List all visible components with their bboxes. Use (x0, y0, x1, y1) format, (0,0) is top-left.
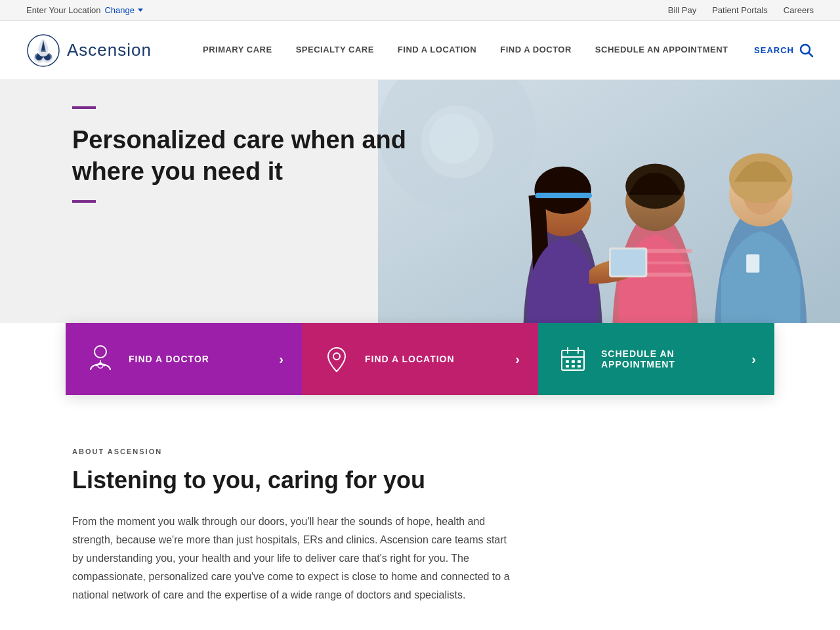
svg-rect-33 (578, 360, 581, 363)
chevron-down-icon (138, 9, 143, 12)
search-button[interactable]: SEARCH (742, 43, 814, 58)
location-label: Enter Your Location (26, 5, 100, 15)
nav-find-location[interactable]: FIND A LOCATION (386, 21, 488, 79)
nav-schedule-appointment[interactable]: SCHEDULE AN APPOINTMENT (583, 21, 740, 79)
logo-text: Ascension (67, 40, 152, 60)
svg-rect-36 (578, 365, 581, 368)
nav-find-doctor[interactable]: FIND A DOCTOR (488, 21, 583, 79)
about-section: ABOUT ASCENSION Listening to you, caring… (0, 395, 840, 630)
change-location-link[interactable]: Change (104, 5, 143, 15)
main-nav: Ascension PRIMARY CARE SPECIALTY CARE FI… (0, 21, 840, 80)
action-cards-wrapper: FIND A DOCTOR › FIND A LOCATION › (0, 323, 840, 395)
schedule-appointment-arrow: › (751, 352, 756, 367)
location-icon (320, 343, 353, 375)
nav-primary-care[interactable]: PRIMARY CARE (191, 21, 284, 79)
action-cards: FIND A DOCTOR › FIND A LOCATION › (66, 323, 774, 395)
svg-line-2 (809, 52, 813, 56)
find-doctor-arrow: › (279, 352, 284, 367)
find-location-card[interactable]: FIND A LOCATION › (302, 323, 538, 395)
svg-rect-32 (572, 360, 575, 363)
schedule-appointment-label: SCHEDULE AN APPOINTMENT (601, 348, 745, 369)
find-doctor-card[interactable]: FIND A DOCTOR › (66, 323, 302, 395)
hero-accent-bottom (72, 200, 96, 203)
hero-content: Personalized care when and where you nee… (72, 106, 413, 203)
about-section-label: ABOUT ASCENSION (72, 448, 768, 455)
nav-links: PRIMARY CARE SPECIALTY CARE FIND A LOCAT… (191, 21, 742, 79)
logo-link[interactable]: Ascension (26, 33, 152, 68)
ascension-logo-icon (26, 33, 60, 68)
svg-rect-34 (566, 365, 569, 368)
schedule-appointment-card[interactable]: SCHEDULE AN APPOINTMENT › (538, 323, 774, 395)
find-doctor-label: FIND A DOCTOR (129, 354, 272, 364)
about-body-text: From the moment you walk through our doo… (72, 513, 518, 604)
svg-rect-31 (566, 360, 569, 363)
hero-title: Personalized care when and where you nee… (72, 125, 413, 187)
location-area: Enter Your Location Change (26, 5, 143, 15)
hero-image (378, 80, 840, 336)
svg-rect-18 (611, 249, 645, 275)
svg-rect-9 (746, 254, 759, 272)
careers-link[interactable]: Careers (784, 5, 814, 15)
about-title: Listening to you, caring for you (72, 466, 768, 494)
doctor-icon (84, 343, 117, 375)
svg-point-20 (429, 114, 478, 163)
find-location-arrow: › (515, 352, 520, 367)
patient-portals-link[interactable]: Patient Portals (712, 5, 768, 15)
hero-section: Personalized care when and where you nee… (0, 80, 840, 336)
search-icon (799, 43, 814, 58)
svg-rect-35 (572, 365, 575, 368)
calendar-icon (556, 343, 589, 375)
nav-specialty-care[interactable]: SPECIALTY CARE (284, 21, 386, 79)
top-bar-links: Bill Pay Patient Portals Careers (668, 5, 814, 15)
bill-pay-link[interactable]: Bill Pay (668, 5, 696, 15)
svg-point-21 (94, 346, 106, 358)
svg-point-26 (333, 353, 340, 360)
search-label: SEARCH (754, 45, 794, 55)
find-location-label: FIND A LOCATION (365, 354, 509, 364)
top-bar: Enter Your Location Change Bill Pay Pati… (0, 0, 840, 21)
hero-accent-top (72, 106, 96, 109)
svg-rect-16 (535, 193, 591, 198)
